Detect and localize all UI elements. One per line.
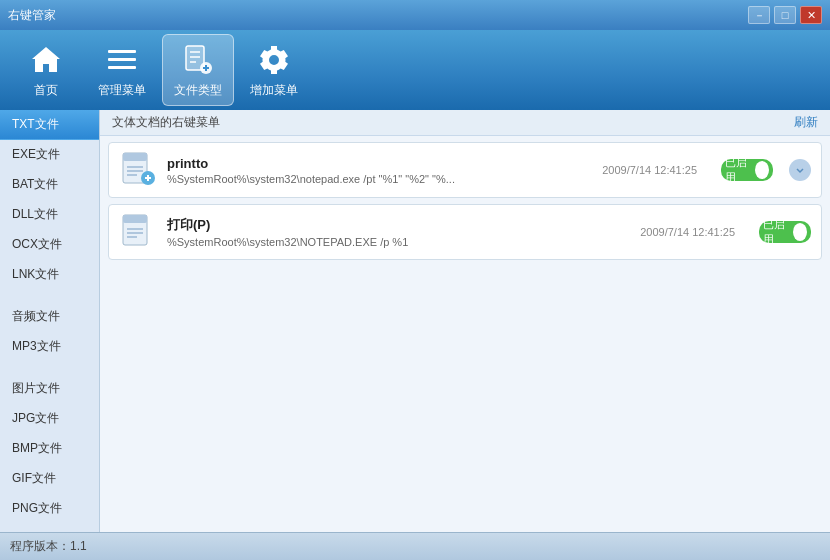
titlebar-controls: － □ ✕: [748, 6, 822, 24]
file-item-info-print: 打印(P) %SystemRoot%\system32\NOTEPAD.EXE …: [167, 216, 630, 248]
svg-rect-11: [123, 153, 147, 161]
sidebar-item-png[interactable]: PNG文件: [0, 494, 99, 524]
sidebar-separator-1: [0, 290, 99, 302]
toolbar-label-home: 首页: [34, 82, 58, 99]
file-item-print: 打印(P) %SystemRoot%\system32\NOTEPAD.EXE …: [108, 204, 822, 260]
toolbar-item-add-menu[interactable]: 增加菜单: [238, 34, 310, 106]
sidebar-item-image[interactable]: 图片文件: [0, 374, 99, 404]
file-item-icon-printto: [119, 151, 157, 189]
toolbar-item-file-type[interactable]: 文件类型: [162, 34, 234, 106]
file-item-name-printto: printto: [167, 156, 592, 171]
sidebar-group-audio: 音频文件 MP3文件: [0, 302, 99, 362]
toolbar: 首页 管理菜单 文件类型: [0, 30, 830, 110]
sidebar-group-image: 图片文件 JPG文件 BMP文件 GIF文件 PNG文件: [0, 374, 99, 524]
content-header-title: 文体文档的右键菜单: [112, 114, 220, 131]
statusbar: 程序版本：1.1: [0, 532, 830, 560]
version-label: 程序版本：1.1: [10, 538, 87, 555]
toggle-knob-printto: [755, 161, 769, 179]
expand-button-printto[interactable]: [789, 159, 811, 181]
svg-rect-1: [108, 58, 136, 61]
sidebar-item-gif[interactable]: GIF文件: [0, 464, 99, 494]
toggle-knob-print: [793, 223, 807, 241]
toggle-label-print: 已启用: [763, 217, 789, 247]
toolbar-label-file-type: 文件类型: [174, 82, 222, 99]
sidebar-item-txt[interactable]: TXT文件: [0, 110, 99, 140]
file-item-cmd-printto: %SystemRoot%\system32\notepad.exe /pt "%…: [167, 173, 592, 185]
file-item-cmd-print: %SystemRoot%\system32\NOTEPAD.EXE /p %1: [167, 236, 630, 248]
list-icon: [104, 42, 140, 78]
titlebar: 右键管家 － □ ✕: [0, 0, 830, 30]
file-item-time-printto: 2009/7/14 12:41:25: [602, 164, 697, 176]
sidebar-item-audio[interactable]: 音频文件: [0, 302, 99, 332]
sidebar-item-ocx[interactable]: OCX文件: [0, 230, 99, 260]
toggle-printto[interactable]: 已启用: [721, 159, 773, 181]
sidebar-item-jpg[interactable]: JPG文件: [0, 404, 99, 434]
file-item-icon-print: [119, 213, 157, 251]
toggle-print[interactable]: 已启用: [759, 221, 811, 243]
sidebar-item-mp3[interactable]: MP3文件: [0, 332, 99, 362]
sidebar-item-lnk[interactable]: LNK文件: [0, 260, 99, 290]
toolbar-item-manage-menu[interactable]: 管理菜单: [86, 34, 158, 106]
content-area: 文体文档的右键菜单 刷新: [100, 110, 830, 532]
sidebar-item-bmp[interactable]: BMP文件: [0, 434, 99, 464]
gear-icon: [256, 42, 292, 78]
close-button[interactable]: ✕: [800, 6, 822, 24]
svg-rect-19: [123, 215, 147, 223]
sidebar-item-dll[interactable]: DLL文件: [0, 200, 99, 230]
content-header: 文体文档的右键菜单 刷新: [100, 110, 830, 136]
maximize-button[interactable]: □: [774, 6, 796, 24]
file-items-list: printto %SystemRoot%\system32\notepad.ex…: [100, 136, 830, 272]
file-item-printto: printto %SystemRoot%\system32\notepad.ex…: [108, 142, 822, 198]
refresh-button[interactable]: 刷新: [794, 114, 818, 131]
sidebar-item-exe[interactable]: EXE文件: [0, 140, 99, 170]
svg-rect-0: [108, 50, 136, 53]
svg-rect-2: [108, 66, 136, 69]
sidebar: TXT文件 EXE文件 BAT文件 DLL文件 OCX文件 LNK文件 音频文件: [0, 110, 100, 532]
sidebar-item-bat[interactable]: BAT文件: [0, 170, 99, 200]
file-item-time-print: 2009/7/14 12:41:25: [640, 226, 735, 238]
toolbar-label-add-menu: 增加菜单: [250, 82, 298, 99]
minimize-button[interactable]: －: [748, 6, 770, 24]
toolbar-label-manage-menu: 管理菜单: [98, 82, 146, 99]
file-type-icon: [180, 42, 216, 78]
sidebar-separator-2: [0, 362, 99, 374]
titlebar-title: 右键管家: [8, 7, 56, 24]
main-area: TXT文件 EXE文件 BAT文件 DLL文件 OCX文件 LNK文件 音频文件: [0, 110, 830, 532]
file-item-info-printto: printto %SystemRoot%\system32\notepad.ex…: [167, 156, 592, 185]
toolbar-item-home[interactable]: 首页: [10, 34, 82, 106]
home-icon: [28, 42, 64, 78]
toggle-label-printto: 已启用: [725, 155, 751, 185]
sidebar-group-text: TXT文件 EXE文件 BAT文件 DLL文件 OCX文件 LNK文件: [0, 110, 99, 290]
file-item-name-print: 打印(P): [167, 216, 630, 234]
